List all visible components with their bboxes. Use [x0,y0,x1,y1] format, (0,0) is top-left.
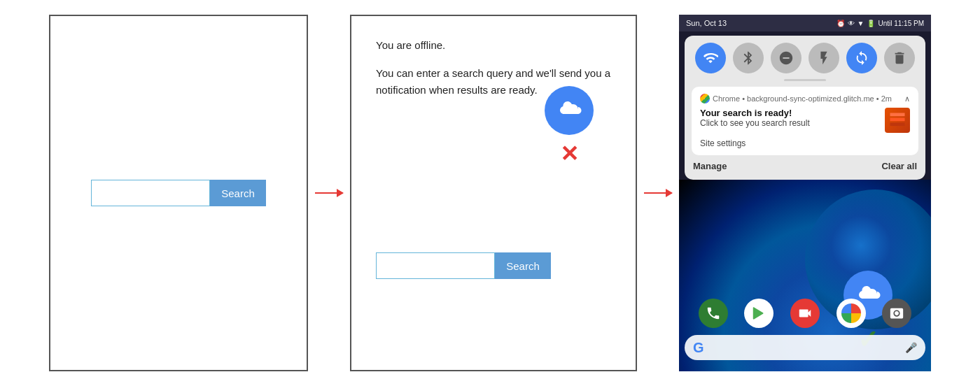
svg-rect-2 [890,123,905,127]
notif-thumbnail [885,108,910,133]
manage-label[interactable]: Manage [693,161,727,171]
camera-icon [889,306,904,321]
delete-icon [892,50,907,66]
sync-icon [854,50,869,66]
chrome-icon-small [700,94,710,103]
play-store-dock-icon[interactable] [744,299,774,328]
cloud-circle-offline [545,86,594,135]
play-store-icon [751,306,766,321]
arrow-1 [315,192,343,194]
bluetooth-qs-btn[interactable] [733,43,764,73]
status-date: Sun, Oct 13 [686,19,727,27]
sync-qs-btn[interactable] [846,43,877,73]
search-row-1: Search [91,180,266,206]
cloud-offline-wrapper: ✕ [545,86,594,167]
bluetooth-icon [741,50,756,66]
notification-card[interactable]: Chrome • background-sync-optimized.glitc… [692,87,918,155]
phone-dock-icon[interactable] [699,299,728,328]
video-icon [797,306,813,321]
search-input-1[interactable] [91,180,210,206]
notif-title: Your search is ready! [700,108,885,118]
search-button-1[interactable]: Search [210,180,266,206]
arrow-2-line [644,192,672,194]
notif-text: Your search is ready! Click to see you s… [700,108,885,128]
flashlight-icon [816,50,832,66]
search-row-2: Search [376,252,551,279]
notif-body: Your search is ready! Click to see you s… [700,108,910,133]
clear-all-label[interactable]: Clear all [881,161,917,171]
qs-divider [784,79,826,81]
mic-icon[interactable]: 🎤 [905,342,917,353]
notification-panel: Chrome • background-sync-optimized.glitc… [685,36,925,180]
wifi-qs-btn[interactable] [695,43,726,73]
notif-header: Chrome • background-sync-optimized.glitc… [700,94,910,103]
search-button-2[interactable]: Search [495,252,551,279]
svg-rect-0 [890,113,905,117]
phone-frame-1: Search [49,15,308,371]
phone-frame-2: You are offline. You can enter a search … [350,15,637,371]
notif-source: Chrome • background-sync-optimized.glitc… [700,94,892,103]
notif-actions: Manage Clear all [692,155,918,173]
video-dock-icon[interactable] [790,299,820,328]
wifi-qs-icon [703,50,718,66]
status-time: Until 11:15 PM [878,20,924,27]
chrome-dock-icon[interactable] [836,299,866,328]
alarm-icon: ⏰ [836,20,845,27]
quick-settings [692,43,918,73]
status-bar: Sun, Oct 13 ⏰ 👁 ▼ 🔋 Until 11:15 PM [679,15,931,31]
battery-icon: 🔋 [867,20,875,27]
google-logo: G [693,340,704,356]
status-icons: ⏰ 👁 ▼ 🔋 Until 11:15 PM [836,20,925,27]
wifi-icon: ▼ [858,20,864,27]
cloud-icon-offline [554,99,584,122]
notif-source-text: Chrome • background-sync-optimized.glitc… [713,94,892,103]
dnd-icon [778,50,794,66]
stack-icon [888,110,907,130]
flashlight-qs-btn[interactable] [808,43,839,73]
eye-icon: 👁 [848,20,855,27]
arrow-2-container [637,192,679,194]
notif-subtitle: Click to see you search result [700,118,885,128]
android-wallpaper: ✓ [679,180,931,371]
main-container: Search You are offline. You can enter a … [0,0,980,386]
svg-rect-1 [890,118,905,122]
chrome-icon [841,303,861,323]
camera-dock-icon[interactable] [882,299,911,328]
site-settings-link[interactable]: Site settings [700,138,910,148]
dnd-qs-btn[interactable] [771,43,802,73]
phone-icon [706,306,721,321]
notif-collapse-icon[interactable]: ∧ [904,94,910,103]
google-search-bar[interactable]: G 🎤 [685,335,925,360]
arrow-2 [644,192,672,194]
offline-line1: You are offline. [376,37,611,54]
delete-qs-btn[interactable] [884,43,915,73]
android-frame: Sun, Oct 13 ⏰ 👁 ▼ 🔋 Until 11:15 PM [679,15,931,371]
search-input-2[interactable] [376,252,495,279]
arrow-1-container [308,192,350,194]
x-mark: ✕ [560,141,579,167]
dock-row [679,294,931,332]
arrow-1-line [315,192,343,194]
